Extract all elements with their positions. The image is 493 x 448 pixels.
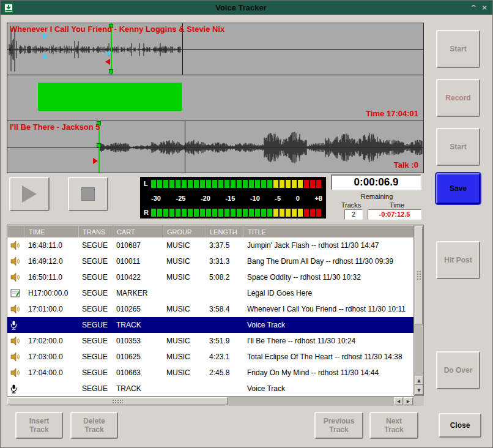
table-row[interactable]: 17:03:00.0SEGUE010625MUSIC4:23.1Total Ec… bbox=[7, 349, 414, 365]
cell-group: MUSIC bbox=[163, 241, 206, 250]
cell-length: 4:23.1 bbox=[206, 353, 243, 361]
header-trans[interactable]: TRANS bbox=[78, 225, 113, 237]
cell-title: Voice Track bbox=[243, 384, 414, 393]
header-length[interactable]: LENGTH bbox=[206, 225, 243, 237]
thumb-grip bbox=[417, 271, 422, 280]
delete-track-button[interactable]: Delete Track bbox=[70, 412, 118, 439]
fade-marker-icon[interactable] bbox=[43, 33, 48, 39]
meter-segment bbox=[182, 180, 187, 188]
cell-trans: SEGUE bbox=[78, 368, 113, 377]
previous-track-button[interactable]: Previous Track bbox=[314, 412, 363, 439]
header-icon[interactable] bbox=[7, 225, 24, 237]
table-row[interactable]: 16:48:11.0SEGUE010687MUSIC3:37.5Jumpin' … bbox=[7, 237, 414, 253]
meter-segment bbox=[212, 180, 217, 188]
remaining-tracks-label: Tracks bbox=[331, 201, 371, 209]
insert-track-button[interactable]: Insert Track bbox=[15, 412, 63, 439]
table-row[interactable]: SEGUETRACKVoice Track bbox=[7, 317, 414, 333]
header-title[interactable]: TITLE bbox=[243, 225, 414, 237]
cell-length: 3:31.3 bbox=[206, 257, 243, 266]
cell-length: 3:58.4 bbox=[206, 305, 243, 313]
scroll-down-button[interactable]: ▼ bbox=[415, 386, 423, 395]
cell-trans: SEGUE bbox=[78, 241, 113, 250]
meter-segment bbox=[249, 209, 254, 217]
cell-trans: SEGUE bbox=[78, 353, 113, 361]
meter-segment bbox=[200, 209, 205, 217]
voice-track-region[interactable] bbox=[38, 83, 182, 111]
cell-cart: 010422 bbox=[113, 273, 163, 282]
save-button[interactable]: Save bbox=[436, 173, 480, 204]
scroll-up-button[interactable]: ▲ bbox=[415, 376, 423, 385]
cell-group: MUSIC bbox=[163, 273, 206, 282]
level-meter: L -30-25-20-15-10-50+8 R bbox=[140, 177, 326, 218]
cell-length: 2:45.8 bbox=[206, 368, 243, 377]
horizontal-scrollbar[interactable]: ◀ ▶ bbox=[7, 396, 414, 406]
meter-segment bbox=[176, 180, 180, 188]
time-readout: Time 17:04:01 bbox=[366, 109, 418, 118]
fade-marker-icon[interactable] bbox=[105, 50, 110, 56]
horizontal-scrollbar-thumb[interactable] bbox=[7, 397, 228, 405]
panel-divider-1 bbox=[7, 75, 423, 75]
meter-scale-label: -20 bbox=[201, 195, 210, 202]
meter-left-label: L bbox=[144, 180, 151, 187]
close-window-icon[interactable]: × bbox=[479, 3, 490, 13]
track2-cursor-handle-mid[interactable] bbox=[97, 143, 101, 147]
record-button[interactable]: Record bbox=[436, 79, 480, 117]
table-row[interactable]: H17:00:00.0SEGUEMARKERLegal ID Goes Here bbox=[7, 285, 414, 301]
meter-segment bbox=[243, 209, 248, 217]
vertical-scrollbar[interactable]: ▲ ▼ bbox=[413, 225, 423, 395]
table-row[interactable]: 17:04:00.0SEGUE010663MUSIC2:45.8Friday O… bbox=[7, 365, 414, 381]
track2-title: I'll Be There - Jackson 5 bbox=[10, 122, 100, 132]
table-row[interactable]: 17:01:00.0SEGUE010265MUSIC3:58.4Whenever… bbox=[7, 301, 414, 317]
elapsed-time-display: 0:00:06.9 bbox=[331, 174, 421, 190]
remaining-label: Remaining bbox=[331, 193, 423, 200]
vertical-scrollbar-thumb[interactable] bbox=[415, 226, 423, 324]
cell-cart: 010625 bbox=[113, 353, 163, 361]
do-over-button[interactable]: Do Over bbox=[436, 351, 480, 389]
meter-scale-label: +8 bbox=[314, 195, 322, 202]
log-table[interactable]: TIME TRANS CART GROUP LENGTH TITLE 16:48… bbox=[7, 225, 424, 396]
mic-icon bbox=[7, 321, 24, 330]
next-track-button[interactable]: Next Track bbox=[369, 412, 418, 439]
end-marker-icon[interactable] bbox=[105, 59, 110, 65]
cell-cart: 010011 bbox=[113, 257, 163, 266]
start-marker-icon[interactable] bbox=[93, 158, 98, 164]
meter-segment bbox=[273, 209, 278, 217]
talk-readout: Talk :0 bbox=[394, 160, 418, 170]
table-row[interactable]: SEGUETRACKVoice Track bbox=[7, 381, 414, 397]
header-time[interactable]: TIME bbox=[24, 225, 78, 237]
meter-segment bbox=[169, 209, 174, 217]
meter-segment bbox=[151, 209, 156, 217]
meter-segment bbox=[310, 180, 315, 188]
table-row[interactable]: 16:50:11.0SEGUE010422MUSIC5:08.2Space Od… bbox=[7, 269, 414, 285]
start-button-1[interactable]: Start bbox=[436, 30, 480, 68]
table-row[interactable]: 16:49:12.0SEGUE010011MUSIC3:31.3Bang The… bbox=[7, 253, 414, 269]
meter-segment bbox=[280, 180, 284, 188]
cell-trans: SEGUE bbox=[78, 384, 113, 393]
meter-scale-label: -10 bbox=[250, 195, 260, 202]
play-icon bbox=[22, 185, 37, 203]
fade-marker-icon[interactable] bbox=[43, 54, 48, 60]
stop-button[interactable] bbox=[68, 177, 108, 211]
header-cart[interactable]: CART bbox=[113, 225, 163, 237]
speaker-icon bbox=[7, 368, 24, 377]
table-row[interactable]: 17:02:00.0SEGUE010353MUSIC3:51.9I'll Be … bbox=[7, 333, 414, 349]
shade-window-icon[interactable]: ^ bbox=[468, 3, 479, 13]
cell-title: Voice Track bbox=[243, 321, 414, 329]
meter-segment bbox=[188, 180, 193, 188]
hit-post-button[interactable]: Hit Post bbox=[436, 241, 480, 279]
waveform-editor[interactable]: Whenever I Call You Friend - Kenny Loggi… bbox=[7, 23, 424, 173]
start-button-2[interactable]: Start bbox=[436, 128, 480, 166]
header-group[interactable]: GROUP bbox=[163, 225, 206, 237]
meter-segment bbox=[218, 180, 223, 188]
meter-segment bbox=[206, 180, 211, 188]
play-button[interactable] bbox=[9, 177, 50, 211]
remaining-time-label: Time bbox=[371, 201, 423, 209]
speaker-icon bbox=[7, 241, 24, 250]
track1-cursor-handle-bottom[interactable] bbox=[109, 69, 113, 73]
scroll-left-button[interactable]: ◀ bbox=[394, 397, 403, 405]
meter-scale-label: -5 bbox=[275, 195, 281, 202]
close-button[interactable]: Close bbox=[439, 413, 481, 438]
scroll-right-button[interactable]: ▶ bbox=[404, 397, 413, 405]
titlebar[interactable]: Voice Tracker ^ × bbox=[1, 1, 492, 15]
cell-cart: 010687 bbox=[113, 241, 163, 250]
